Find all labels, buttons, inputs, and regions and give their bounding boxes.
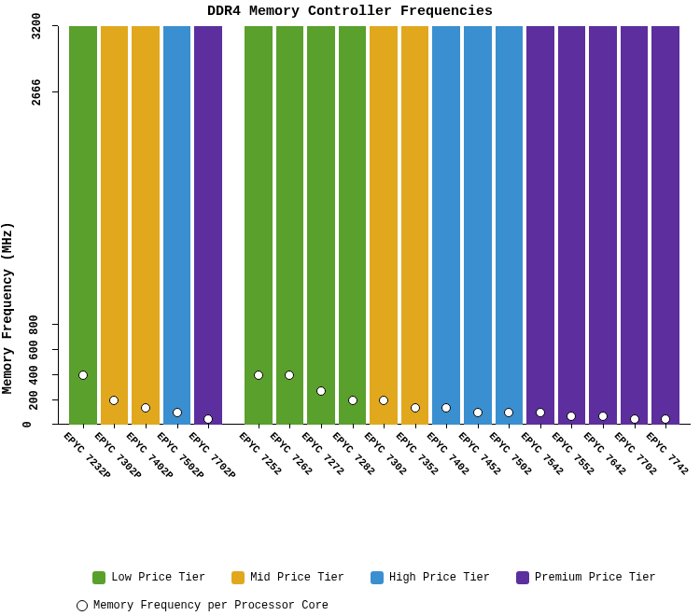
x-tick <box>509 424 510 428</box>
legend-swatch-premium <box>516 571 529 584</box>
y-tick-label: 0 <box>21 422 35 428</box>
data-point-dot <box>379 396 388 405</box>
bar <box>496 26 524 425</box>
legend-dot-icon <box>77 600 88 611</box>
legend-label-dot: Memory Frequency per Processor Core <box>93 599 329 612</box>
legend-item-dot: Memory Frequency per Processor Core <box>58 599 691 612</box>
y-tick-label: 400 <box>28 365 41 385</box>
y-tick-label: 2666 <box>31 79 44 106</box>
legend-item-mid: Mid Price Tier <box>231 571 344 584</box>
bar <box>194 26 222 425</box>
bar <box>276 26 304 425</box>
data-point-dot <box>141 403 150 413</box>
bar <box>163 26 191 425</box>
legend-swatch-high <box>371 571 384 584</box>
legend: Low Price Tier Mid Price Tier High Price… <box>58 571 691 612</box>
data-point-dot <box>567 412 576 421</box>
x-tick <box>446 424 447 428</box>
x-tick <box>114 424 115 428</box>
y-tick: 200 <box>52 399 58 400</box>
x-axis-labels: EPYC 7232PEPYC 7302PEPYC 7402PEPYC 7502P… <box>58 425 691 525</box>
bar <box>432 26 460 425</box>
bar <box>339 26 367 425</box>
x-tick <box>353 424 354 428</box>
data-point-dot <box>630 414 639 424</box>
y-tick-label: 600 <box>28 340 41 360</box>
bar <box>401 26 429 425</box>
data-point-dot <box>536 408 545 417</box>
bars-container <box>58 26 691 425</box>
bar <box>132 26 160 425</box>
y-tick: 3200 <box>52 25 58 26</box>
x-tick <box>384 424 385 428</box>
x-tick <box>83 424 84 428</box>
x-tick <box>603 424 604 428</box>
x-tick <box>635 424 636 428</box>
x-tick <box>146 424 147 428</box>
memory-frequency-chart: DDR4 Memory Controller Frequencies Memor… <box>0 0 700 616</box>
data-point-dot <box>173 408 182 417</box>
bar <box>464 26 492 425</box>
bar <box>370 26 398 425</box>
bar <box>526 26 554 425</box>
legend-label-mid: Mid Price Tier <box>250 571 344 584</box>
x-tick <box>321 424 322 428</box>
data-point-dot <box>316 386 326 396</box>
y-tick: 2666 <box>52 91 58 92</box>
data-point-dot <box>661 414 670 424</box>
y-tick: 400 <box>52 374 58 375</box>
legend-item-premium: Premium Price Tier <box>516 571 656 584</box>
data-point-dot <box>254 371 263 380</box>
data-point-dot <box>598 412 608 421</box>
legend-item-low: Low Price Tier <box>92 571 205 584</box>
legend-item-high: High Price Tier <box>371 571 490 584</box>
data-point-dot <box>348 396 357 405</box>
x-tick <box>665 424 666 428</box>
legend-label-premium: Premium Price Tier <box>535 571 656 584</box>
data-point-dot <box>473 408 483 417</box>
bar <box>589 26 617 425</box>
plot-area: EPYC 7232PEPYC 7302PEPYC 7402PEPYC 7502P… <box>58 26 691 525</box>
bar <box>101 26 129 425</box>
legend-label-high: High Price Tier <box>389 571 490 584</box>
legend-swatch-low <box>92 571 105 584</box>
x-tick <box>540 424 541 428</box>
data-point-dot <box>411 403 420 413</box>
y-tick-label: 3200 <box>31 13 44 40</box>
y-tick: 800 <box>52 324 58 325</box>
bar <box>307 26 335 425</box>
y-tick: 0 <box>52 424 58 425</box>
data-point-dot <box>504 408 513 417</box>
x-tick <box>571 424 572 428</box>
x-tick <box>208 424 209 428</box>
bar <box>558 26 586 425</box>
y-tick-label: 800 <box>28 315 41 336</box>
bar <box>245 26 273 425</box>
legend-swatch-mid <box>231 571 245 584</box>
bar <box>651 26 679 425</box>
y-tick: 600 <box>52 349 58 350</box>
x-tick <box>259 424 259 428</box>
y-axis-label: Memory Frequency (MHz) <box>0 222 15 395</box>
y-tick-label: 200 <box>28 390 41 411</box>
data-point-dot <box>109 396 119 405</box>
chart-title: DDR4 Memory Controller Frequencies <box>0 4 700 20</box>
x-tick <box>478 424 479 428</box>
data-point-dot <box>441 403 451 413</box>
x-tick <box>177 424 178 428</box>
bar <box>69 26 97 425</box>
x-tick <box>289 424 290 428</box>
data-point-dot <box>203 414 213 424</box>
legend-label-low: Low Price Tier <box>111 571 205 584</box>
x-tick <box>415 424 416 428</box>
bar <box>621 26 649 425</box>
data-point-dot <box>78 371 88 380</box>
data-point-dot <box>285 371 294 380</box>
